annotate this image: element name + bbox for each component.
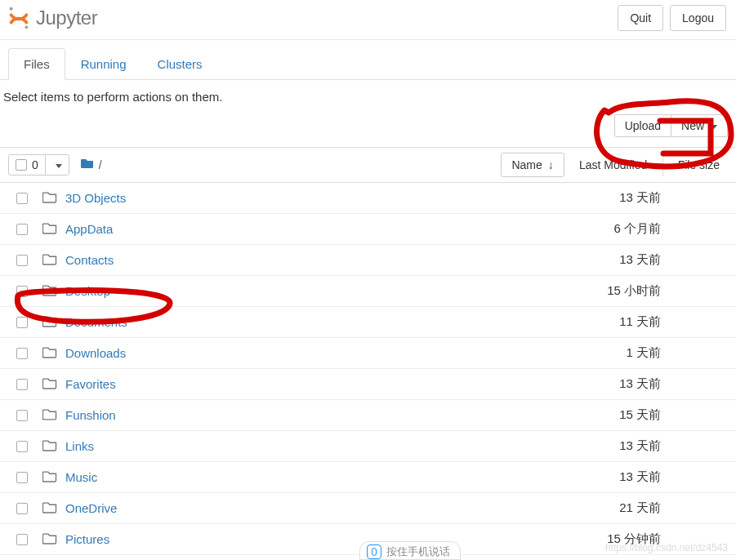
new-button[interactable]: New — [671, 114, 728, 137]
folder-icon — [81, 158, 94, 172]
row-checkbox[interactable] — [16, 410, 28, 421]
upload-button[interactable]: Upload — [614, 114, 671, 137]
action-buttons: Upload New — [614, 114, 728, 137]
caret-down-icon — [56, 164, 62, 168]
file-modified: 13 天前 — [568, 252, 666, 268]
row-checkbox[interactable] — [16, 379, 28, 390]
selected-count: 0 — [32, 158, 38, 171]
header-buttons: Quit Logou — [618, 5, 726, 31]
file-modified: 13 天前 — [568, 376, 666, 392]
file-name-link[interactable]: 3D Objects — [65, 191, 126, 205]
arrow-down-icon: ↓ — [548, 158, 554, 171]
svg-point-1 — [25, 25, 29, 29]
header: Jupyter Quit Logou — [0, 0, 736, 40]
file-name-link[interactable]: Favorites — [65, 377, 116, 391]
row-checkbox[interactable] — [16, 534, 28, 545]
row-checkbox[interactable] — [16, 286, 28, 297]
new-button-label: New — [681, 119, 704, 132]
voice-widget-label: 按住手机说话 — [386, 544, 450, 555]
folder-icon — [42, 191, 59, 206]
breadcrumb-sep: / — [99, 158, 102, 171]
folder-icon — [42, 439, 59, 454]
file-list: 3D Objects13 天前AppData6 个月前Contacts13 天前… — [0, 183, 736, 555]
row-checkbox[interactable] — [16, 224, 28, 235]
file-row: Music13 天前 — [0, 462, 736, 493]
folder-icon — [42, 501, 59, 516]
sort-name-button[interactable]: Name ↓ — [501, 153, 564, 177]
row-checkbox[interactable] — [16, 441, 28, 452]
file-name-link[interactable]: Downloads — [65, 346, 126, 360]
select-all-dropdown[interactable]: 0 — [8, 154, 69, 176]
file-modified: 13 天前 — [568, 190, 666, 206]
file-modified: 13 天前 — [568, 438, 666, 454]
folder-icon — [42, 284, 59, 299]
file-name-link[interactable]: Pictures — [65, 532, 109, 546]
file-modified: 11 天前 — [568, 314, 666, 330]
caret-down-icon — [711, 125, 717, 129]
file-row: Funshion15 天前 — [0, 400, 736, 431]
file-modified: 15 小时前 — [568, 283, 666, 299]
file-row: Links13 天前 — [0, 431, 736, 462]
file-modified: 15 分钟前 — [568, 531, 666, 547]
folder-icon — [42, 315, 59, 330]
file-name-link[interactable]: Music — [65, 470, 97, 484]
tab-running[interactable]: Running — [65, 48, 142, 79]
file-name-link[interactable]: Contacts — [65, 253, 114, 267]
file-name-link[interactable]: Desktop — [65, 284, 110, 298]
file-modified: 13 天前 — [568, 469, 666, 485]
tab-clusters[interactable]: Clusters — [142, 48, 218, 79]
file-row: 3D Objects13 天前 — [0, 183, 736, 214]
row-checkbox[interactable] — [16, 348, 28, 359]
quit-button[interactable]: Quit — [618, 5, 663, 31]
logo-text: Jupyter — [36, 7, 97, 29]
folder-icon — [42, 532, 59, 547]
tab-files[interactable]: Files — [8, 48, 65, 80]
hint-text: Select items to perform actions on them. — [3, 90, 222, 104]
file-row: Downloads1 天前 — [0, 338, 736, 369]
logo[interactable]: Jupyter — [7, 6, 97, 30]
folder-icon — [42, 470, 59, 485]
file-modified: 1 天前 — [568, 345, 666, 361]
name-col-label: Name — [511, 158, 542, 171]
file-row: Documents11 天前 — [0, 307, 736, 338]
file-row: Contacts13 天前 — [0, 245, 736, 276]
lastmod-col-header[interactable]: Last Modified — [564, 153, 662, 176]
voice-widget[interactable]: 按住手机说话 — [359, 541, 461, 555]
tabs: Files Running Clusters — [0, 48, 736, 80]
file-name-link[interactable]: Documents — [65, 315, 127, 329]
row-checkbox[interactable] — [16, 317, 28, 328]
subheader: Select items to perform actions on them.… — [0, 80, 736, 145]
folder-icon — [42, 222, 59, 237]
breadcrumb[interactable]: / — [81, 158, 102, 172]
row-checkbox[interactable] — [16, 503, 28, 514]
file-name-link[interactable]: Links — [65, 439, 94, 453]
file-name-link[interactable]: OneDrive — [65, 501, 117, 515]
file-modified: 15 天前 — [568, 407, 666, 423]
file-name-link[interactable]: Funshion — [65, 408, 116, 422]
file-row: Desktop15 小时前 — [0, 276, 736, 307]
mic-icon — [367, 544, 381, 555]
jupyter-logo-icon — [7, 6, 31, 30]
row-checkbox[interactable] — [16, 255, 28, 266]
folder-icon — [42, 253, 59, 268]
file-row: OneDrive21 天前 — [0, 493, 736, 524]
file-modified: 21 天前 — [568, 500, 666, 516]
row-checkbox[interactable] — [16, 193, 28, 204]
select-all-checkbox[interactable] — [16, 159, 27, 171]
row-checkbox[interactable] — [16, 472, 28, 483]
folder-icon — [42, 346, 59, 361]
folder-icon — [42, 377, 59, 392]
file-name-link[interactable]: AppData — [65, 222, 113, 236]
list-header-right: Name ↓ Last Modified File size — [501, 153, 728, 177]
file-modified: 6 个月前 — [568, 221, 666, 237]
file-row: AppData6 个月前 — [0, 214, 736, 245]
folder-icon — [42, 408, 59, 423]
svg-point-0 — [10, 7, 13, 11]
list-header: 0 / Name ↓ Last Modified File size — [0, 147, 736, 183]
filesize-col-header[interactable]: File size — [662, 153, 728, 176]
logout-button[interactable]: Logou — [670, 5, 726, 31]
file-row: Favorites13 天前 — [0, 369, 736, 400]
